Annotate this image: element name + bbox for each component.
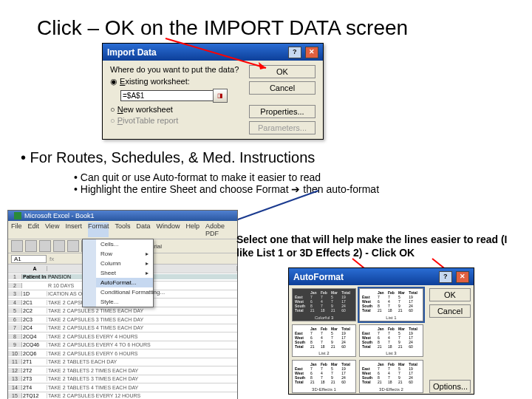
bullet-sub-2: Highlight the entire Sheet and choose Fo…	[74, 183, 379, 195]
preview-colorful-3[interactable]: JanFebMarTotalEast77519West64717South879…	[292, 288, 356, 321]
excel-titlebar: Microsoft Excel - Book1	[8, 211, 237, 221]
autoformat-titlebar: AutoFormat ? ✕	[289, 268, 474, 285]
table-row[interactable]: 52C2TAKE 2 CAPSULES 2 TIMES EACH DAY	[8, 307, 237, 316]
preview-list-1[interactable]: JanFebMarTotalEast77519West64717South879…	[359, 288, 423, 321]
excel-menubar[interactable]: FileEditViewInsertFormatToolsDataWindowH…	[8, 221, 237, 239]
preview-3d-effects-1[interactable]: JanFebMarTotalEast77519West64717South879…	[292, 360, 356, 393]
close-icon[interactable]: ✕	[456, 271, 469, 283]
dialog-prompt: Where do you want to put the data?	[110, 65, 245, 74]
bullet-main: For Routes, Schedules, & Med. Instructio…	[21, 149, 315, 166]
help-button[interactable]: ?	[439, 271, 452, 283]
properties-button[interactable]: Properties...	[249, 105, 316, 118]
toolbar-icon[interactable]	[39, 240, 51, 252]
menu-view[interactable]: View	[45, 222, 59, 237]
page-title: Click – OK on the IMPORT DATA screen	[37, 16, 408, 40]
menu-window[interactable]: Window	[156, 222, 180, 237]
toolbar-icon[interactable]	[53, 240, 65, 252]
toolbar-icon[interactable]	[67, 240, 79, 252]
autoformat-dialog: AutoFormat ? ✕ JanFebMarTotalEast77519We…	[288, 267, 474, 395]
table-row[interactable]: 62C3TAKE 2 CAPSULES 3 TIMES EACH DAY	[8, 316, 237, 324]
autoformat-title-text: AutoFormat	[293, 272, 344, 282]
bullet-sub-1: Can quit or use Auto-format to make it e…	[74, 171, 379, 183]
table-row[interactable]: 72C4TAKE 2 CAPSULES 4 TIMES EACH DAY	[8, 324, 237, 333]
ok-button[interactable]: OK	[249, 65, 316, 78]
menu-item-autoformat[interactable]: AutoFormat...	[83, 278, 153, 287]
autoformat-preview-grid[interactable]: JanFebMarTotalEast77519West64717South879…	[289, 285, 426, 396]
table-row[interactable]: 92CQ46TAKE 2 CAPSULES EVERY 4 TO 6 HOURS	[8, 341, 237, 350]
cancel-button[interactable]: Cancel	[429, 304, 471, 318]
menu-data[interactable]: Data	[136, 222, 150, 237]
menu-edit[interactable]: Edit	[28, 222, 40, 237]
ok-button[interactable]: OK	[429, 288, 471, 301]
table-row[interactable]: 122T2TAKE 2 TABLETS 2 TIMES EACH DAY	[8, 366, 237, 375]
parameters-button[interactable]: Parameters...	[249, 121, 316, 134]
bullet-sub-2b: then auto-format	[300, 183, 379, 195]
menu-item-sheet[interactable]: Sheet▸	[83, 268, 153, 278]
close-icon[interactable]: ✕	[305, 47, 318, 58]
toolbar-icon[interactable]	[11, 240, 23, 252]
cell-reference-input[interactable]	[120, 90, 214, 101]
excel-window: Microsoft Excel - Book1 FileEditViewInse…	[7, 210, 238, 399]
range-picker-icon[interactable]: ◨	[213, 89, 228, 103]
bullet-sub-2a: Highlight the entire Sheet and choose Fo…	[81, 183, 292, 195]
dialog-title-text: Import Data	[107, 47, 157, 58]
name-box[interactable]: A1	[11, 255, 47, 263]
table-row[interactable]: 102CQ6TAKE 2 CAPSULES EVERY 6 HOURS	[8, 349, 237, 358]
toolbar-icon[interactable]	[25, 240, 37, 252]
cancel-button[interactable]: Cancel	[249, 81, 316, 95]
import-data-dialog: Import Data ? ✕ Where do you want to put…	[102, 43, 324, 140]
menu-item-cells[interactable]: Cells...	[83, 239, 153, 249]
table-row[interactable]: 82CQ4TAKE 2 CAPSULES EVERY 4 HOURS	[8, 332, 237, 341]
menu-tools[interactable]: Tools	[115, 222, 130, 237]
excel-title-text: Microsoft Excel - Book1	[24, 212, 95, 219]
menu-format[interactable]: Format	[88, 222, 109, 237]
format-menu-dropdown[interactable]: Cells...Row▸Column▸Sheet▸AutoFormat...Co…	[82, 239, 154, 307]
table-row[interactable]: 132T3TAKE 2 TABLETS 3 TIMES EACH DAY	[8, 375, 237, 384]
table-row[interactable]: 152TQ12TAKE 2 CAPSULES EVERY 12 HOURS	[8, 392, 237, 400]
menu-item-column[interactable]: Column▸	[83, 259, 153, 268]
menu-item-conditional-formatting[interactable]: Conditional Formatting...	[83, 287, 153, 297]
menu-item-style[interactable]: Style...	[83, 297, 153, 307]
preview-list-2[interactable]: JanFebMarTotalEast77519West64717South879…	[292, 324, 356, 358]
menu-adobe-pdf[interactable]: Adobe PDF	[205, 222, 234, 237]
menu-insert[interactable]: Insert	[65, 222, 82, 237]
radio-existing-worksheet[interactable]: ◉ EExisting worksheet:xisting worksheet:	[110, 77, 245, 86]
radio-pivot-report[interactable]: ○ PivotTable report	[110, 116, 245, 125]
dialog-titlebar: Import Data ? ✕	[103, 44, 323, 61]
options-button[interactable]: Options...	[429, 380, 471, 393]
table-row[interactable]: 142T4TAKE 2 TABLETS 4 TIMES EACH DAY	[8, 383, 237, 392]
radio-new-worksheet[interactable]: ○ New worksheet	[110, 105, 245, 114]
help-button[interactable]: ?	[288, 47, 301, 58]
instruction-text: Select one that will help make the lines…	[236, 233, 525, 259]
table-row[interactable]: 112T1TAKE 2 TABLETS EACH DAY	[8, 358, 237, 367]
preview-list-3[interactable]: JanFebMarTotalEast77519West64717South879…	[359, 324, 423, 358]
menu-item-row[interactable]: Row▸	[83, 249, 153, 259]
preview-3d-effects-2[interactable]: JanFebMarTotalEast77519West64717South879…	[359, 360, 423, 393]
then-arrow-icon: ➔	[291, 183, 300, 195]
menu-help[interactable]: Help	[185, 222, 200, 237]
excel-logo-icon	[14, 212, 21, 219]
col-a-header: Patient Instructions	[22, 274, 47, 279]
menu-file[interactable]: File	[11, 222, 22, 237]
